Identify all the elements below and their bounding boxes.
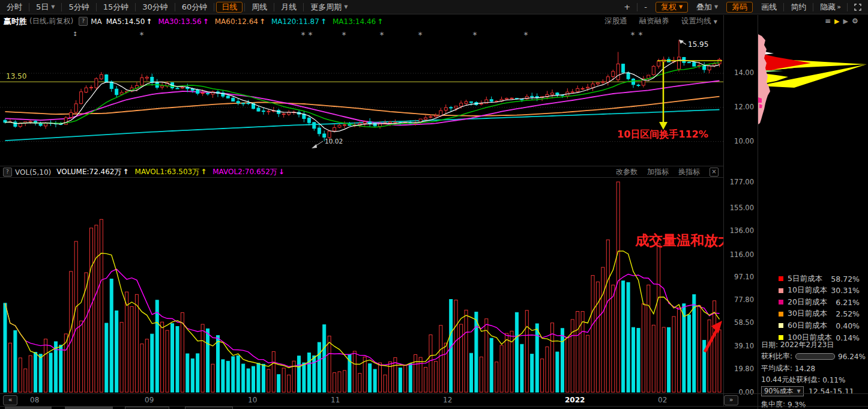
avg-cost-row: 平均成本: 14.28: [761, 363, 867, 374]
price-profit-value: 0.11%: [822, 376, 845, 384]
up-arrow-icon: ↑: [146, 17, 152, 26]
chevron-down-icon: ▼: [344, 4, 348, 10]
up-arrow-icon: ↑: [321, 17, 327, 26]
scroll-left-button[interactable]: «: [3, 395, 17, 405]
indicator-value: VOLUME:72.462万↑: [56, 168, 128, 176]
bottom-tab-stub[interactable]: [5, 407, 52, 409]
indicator-title: VOL(5,10): [15, 168, 51, 177]
chevron-down-icon: ▼: [679, 4, 683, 10]
profit-ratio-label: 获利比率:: [761, 351, 792, 362]
volume-tick: 58.50: [724, 318, 754, 327]
price-tick: 12.00: [724, 103, 754, 111]
help-icon[interactable]: ?: [79, 17, 88, 26]
svg-text:13.50: 13.50: [6, 72, 26, 80]
price-tick: 10.00: [724, 137, 754, 145]
tool-button-2[interactable]: 复权▼: [656, 2, 688, 13]
svg-text:*: *: [418, 30, 423, 40]
help-icon[interactable]: ?: [3, 168, 12, 177]
concentration-value: 9.3%: [788, 401, 806, 409]
legend-row: 30日前成本2.52%: [758, 309, 868, 320]
period-button-9[interactable]: 更多周期▼: [304, 0, 354, 14]
period-button-1[interactable]: 5日▼: [29, 0, 61, 14]
legend-swatch: [779, 335, 783, 340]
price-tick: 14.00: [724, 68, 754, 77]
avg-cost-label: 平均成本:: [761, 363, 792, 374]
date-label: 日期:: [761, 340, 778, 350]
market-link-2[interactable]: 设置均线▼: [681, 16, 717, 26]
volume-tick: 77.80: [724, 295, 754, 304]
market-links: 深股通融资融券设置均线▼: [604, 16, 717, 26]
tool-button-7[interactable]: 隐藏»: [813, 0, 847, 14]
separator: [214, 3, 214, 11]
period-button-2[interactable]: 5分钟: [62, 0, 95, 14]
tool-button-6[interactable]: 简约: [784, 0, 813, 14]
top-toolbar: 分时5日▼5分钟15分钟30分钟60分钟日线周线月线更多周期▼ +-复权▼叠加▼…: [0, 0, 868, 14]
period-button-7[interactable]: 周线: [245, 0, 274, 14]
bottom-tab-stub[interactable]: [185, 407, 233, 409]
tool-button-5[interactable]: 画线: [755, 0, 783, 14]
period-button-5[interactable]: 60分钟: [175, 0, 214, 14]
indicator-value: MA13:14.46↑: [333, 17, 383, 26]
chart-mode: (日线,前复权): [29, 16, 73, 26]
divider: [0, 166, 723, 166]
indicator-value: MAVOL2:70.652万↓: [212, 168, 285, 176]
indicator-action-1[interactable]: 加指标: [647, 167, 669, 177]
cost-range-select[interactable]: 90%成本 ▼: [761, 386, 804, 396]
volume-tick: 116.00: [724, 250, 754, 259]
tool-button-3[interactable]: 叠加▼: [690, 0, 725, 14]
legend-value: 30.31%: [831, 286, 860, 295]
date-value: 2022年2月23日: [780, 340, 834, 350]
bottom-tab-stub[interactable]: [65, 407, 113, 409]
volume-tick: 97.10: [724, 273, 754, 281]
tool-button-1[interactable]: -: [637, 0, 654, 14]
legend-label: 60日前成本: [788, 321, 827, 331]
legend-row: 10日前成本30.31%: [758, 285, 868, 296]
svg-text:*: *: [473, 30, 477, 40]
double-arrow-icon: »: [837, 3, 840, 11]
svg-text:10日区间换手112%: 10日区间换手112%: [617, 129, 708, 140]
volume-tick: 39.10: [724, 342, 754, 350]
svg-text:*: *: [309, 30, 313, 40]
svg-text:*: *: [631, 30, 635, 40]
tool-button-4[interactable]: 筹码: [726, 2, 753, 13]
legend-label: 5日前成本: [788, 274, 822, 284]
market-link-1[interactable]: 融资融券: [639, 16, 669, 26]
svg-text:*: *: [140, 30, 144, 40]
volume-indicator-values: VOLUME:72.462万↑MAVOL1:63.503万↑MAVOL2:70.…: [56, 167, 291, 177]
period-button-4[interactable]: 30分钟: [136, 0, 175, 14]
legend-label: 10日前成本: [788, 285, 827, 295]
main-price-chart[interactable]: 13.50↕**********15.9510.0210日区间换手112%: [0, 28, 723, 166]
svg-text:*: *: [524, 30, 528, 40]
indicator-value: MA5:14.50↑: [106, 17, 152, 26]
period-button-8[interactable]: 月线: [274, 0, 303, 14]
indicator-value: MA60:12.64↑: [215, 17, 265, 26]
legend-swatch: [779, 300, 783, 304]
up-arrow-icon: ↑: [377, 17, 383, 26]
volume-tick: 136.00: [724, 226, 754, 235]
period-button-3[interactable]: 15分钟: [97, 0, 136, 14]
period-button-0[interactable]: 分时: [0, 0, 29, 14]
indicator-action-2[interactable]: 换指标: [678, 167, 700, 177]
fullscreen-icon[interactable]: [848, 0, 868, 14]
avg-cost-value: 14.28: [795, 365, 815, 373]
tool-buttons-group: +-复权▼叠加▼筹码画线简约隐藏»: [617, 0, 868, 14]
svg-text:15.95: 15.95: [688, 40, 708, 49]
tool-button-0[interactable]: +: [617, 0, 637, 14]
close-icon[interactable]: ×: [710, 168, 719, 177]
chip-date-row: 日期: 2022年2月23日: [761, 340, 867, 350]
market-link-0[interactable]: 深股通: [604, 16, 627, 26]
period-button-6[interactable]: 日线: [216, 2, 243, 13]
indicator-value: MAVOL1:63.503万↑: [135, 168, 207, 176]
time-tick: 09: [145, 396, 154, 404]
time-tick: 11: [331, 396, 340, 404]
period-buttons-group: 分时5日▼5分钟15分钟30分钟60分钟日线周线月线更多周期▼: [0, 0, 355, 14]
time-tick: 08: [30, 396, 39, 404]
bottom-tab-stub[interactable]: [125, 407, 169, 409]
volume-chart[interactable]: 成交量温和放大: [0, 178, 723, 393]
chevron-down-icon: ▼: [714, 19, 717, 25]
volume-tick: 155.00: [724, 204, 754, 212]
indicator-value: MA120:11.87↑: [271, 17, 327, 26]
legend-value: 2.52%: [836, 309, 860, 318]
indicator-action-0[interactable]: 改参数: [616, 167, 637, 177]
scroll-right-button[interactable]: »: [724, 395, 738, 405]
